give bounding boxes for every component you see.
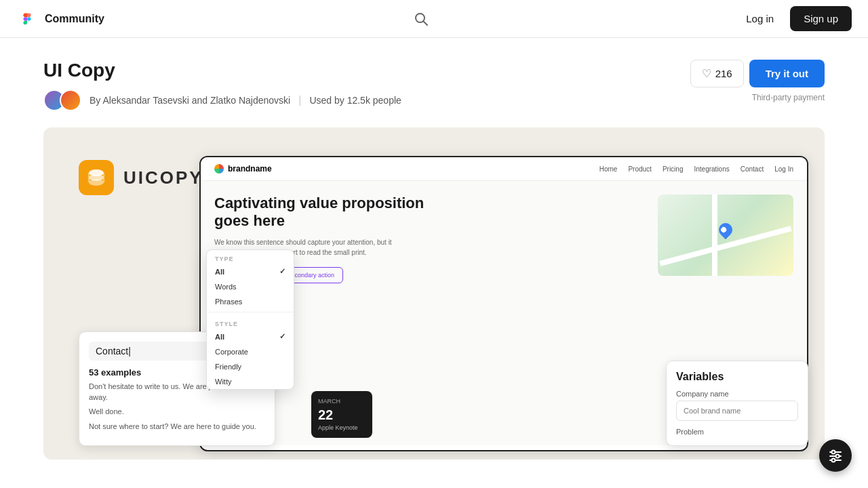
nav-pricing: Pricing bbox=[663, 165, 684, 173]
brand-dot-icon bbox=[214, 164, 224, 174]
dropdown-item-phrases[interactable]: Phrases bbox=[207, 294, 294, 309]
login-button[interactable]: Log in bbox=[738, 7, 782, 30]
floating-action-button[interactable] bbox=[819, 439, 852, 472]
search-area[interactable] bbox=[413, 11, 429, 27]
database-icon bbox=[86, 167, 106, 188]
check-icon-style: ✓ bbox=[279, 332, 285, 341]
event-label: Apple Keynote bbox=[318, 424, 366, 431]
uicopy-icon bbox=[79, 160, 114, 195]
dropdown-item-corporate[interactable]: Corporate bbox=[207, 344, 294, 359]
uicopy-text: UICOPY bbox=[123, 167, 203, 188]
check-icon: ✓ bbox=[279, 267, 285, 276]
nav-integrations: Integrations bbox=[694, 165, 729, 173]
svg-point-15 bbox=[832, 459, 835, 462]
heart-icon: ♡ bbox=[702, 67, 711, 80]
sliders-float-icon bbox=[828, 448, 843, 463]
dropdown-label: All bbox=[215, 268, 224, 276]
nav-home: Home bbox=[599, 165, 618, 173]
map-image bbox=[658, 195, 793, 276]
brand-name: brandname bbox=[228, 164, 272, 174]
panel-text-3: Not sure where to start? We are here to … bbox=[89, 422, 265, 432]
actions-row: ♡ 216 Try it out bbox=[690, 60, 825, 87]
like-button[interactable]: ♡ 216 bbox=[690, 60, 744, 87]
nav-login: Log In bbox=[774, 165, 793, 173]
event-num: 22 bbox=[318, 407, 366, 423]
site-headline: Captivating value proposition goes here bbox=[214, 195, 647, 230]
dropdown-item-words[interactable]: Words bbox=[207, 279, 294, 294]
authors-text: By Aleksandar Tasevski and Zlatko Najden… bbox=[90, 95, 290, 106]
plugin-header: UI Copy By Aleksandar Tasevski and Zlatk… bbox=[43, 60, 825, 111]
dropdown-label: Words bbox=[215, 283, 237, 291]
panel-text-2: Well done. bbox=[89, 407, 265, 417]
site-nav: brandname Home Product Pricing Integrati… bbox=[201, 157, 807, 181]
uicopy-logo: UICOPY bbox=[79, 160, 203, 195]
search-icon[interactable] bbox=[413, 11, 429, 27]
svg-point-5 bbox=[89, 179, 104, 186]
dropdown-label: Witty bbox=[215, 378, 231, 386]
dropdown-item-witty[interactable]: Witty bbox=[207, 374, 294, 389]
try-button[interactable]: Try it out bbox=[749, 60, 825, 87]
variables-title: Variables bbox=[676, 371, 798, 383]
avatar-2 bbox=[60, 89, 81, 111]
event-card: MARCH 22 Apple Keynote bbox=[311, 391, 372, 438]
plugin-info: UI Copy By Aleksandar Tasevski and Zlatk… bbox=[43, 60, 401, 111]
dropdown-panel: TYPE All ✓ Words Phrases STYLE All ✓ Cor… bbox=[206, 249, 294, 390]
dropdown-label: Phrases bbox=[215, 298, 242, 306]
dropdown-item-all-style[interactable]: All ✓ bbox=[207, 329, 294, 344]
site-brand: brandname bbox=[214, 164, 272, 174]
dropdown-label: Friendly bbox=[215, 363, 241, 371]
type-section-label: TYPE bbox=[207, 250, 294, 264]
separator: | bbox=[298, 94, 301, 106]
style-section-label: STYLE bbox=[207, 315, 294, 329]
svg-point-13 bbox=[832, 451, 835, 454]
plugin-actions: ♡ 216 Try it out Third-party payment bbox=[690, 60, 825, 102]
signup-button[interactable]: Sign up bbox=[790, 6, 852, 31]
header-auth: Log in Sign up bbox=[738, 6, 852, 31]
svg-line-1 bbox=[424, 21, 428, 25]
dropdown-item-friendly[interactable]: Friendly bbox=[207, 359, 294, 374]
event-date: MARCH bbox=[318, 398, 366, 405]
dropdown-label: All bbox=[215, 333, 224, 341]
avatar-group bbox=[43, 89, 81, 111]
event-cards: MARCH 22 Apple Keynote bbox=[311, 391, 372, 438]
header: Community Log in Sign up bbox=[0, 0, 868, 38]
dropdown-label: Corporate bbox=[215, 348, 248, 356]
plugin-meta: By Aleksandar Tasevski and Zlatko Najden… bbox=[43, 89, 401, 111]
map-pin-icon bbox=[716, 220, 735, 239]
third-party-text: Third-party payment bbox=[752, 93, 825, 102]
nav-contact: Contact bbox=[741, 165, 764, 173]
company-name-input[interactable] bbox=[676, 401, 798, 421]
plugin-title: UI Copy bbox=[43, 60, 401, 81]
main-content: UI Copy By Aleksandar Tasevski and Zlatk… bbox=[0, 38, 868, 460]
community-label: Community bbox=[45, 13, 104, 25]
dropdown-divider bbox=[207, 312, 294, 312]
problem-label: Problem bbox=[676, 428, 798, 436]
dropdown-item-all-type[interactable]: All ✓ bbox=[207, 264, 294, 279]
used-by-text: Used by 12.5k people bbox=[309, 95, 401, 106]
company-name-label: Company name bbox=[676, 390, 798, 398]
map-road-v bbox=[712, 195, 717, 276]
nav-product: Product bbox=[628, 165, 651, 173]
figma-logo-icon bbox=[16, 8, 38, 30]
variables-panel: Variables Company name Problem bbox=[666, 361, 808, 446]
svg-point-14 bbox=[836, 455, 840, 458]
header-left: Community bbox=[16, 8, 104, 30]
like-count: 216 bbox=[715, 68, 732, 79]
preview-area: UICOPY brandname Home Product Pricing In… bbox=[43, 127, 825, 460]
